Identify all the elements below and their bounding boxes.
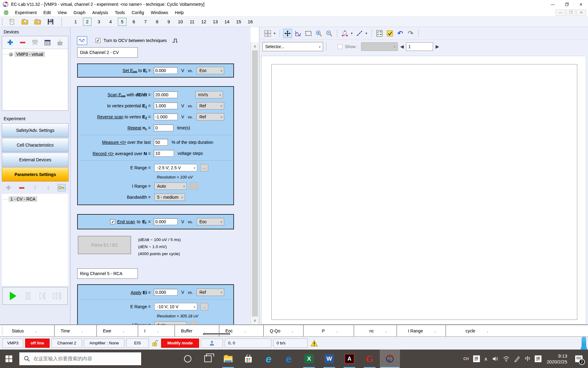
selector-dropdown[interactable]: Selector...∨ <box>262 42 323 51</box>
scroll-down-arrow[interactable]: ∨ <box>251 316 259 324</box>
ef-value-input[interactable] <box>154 218 178 225</box>
pen-icon[interactable] <box>514 355 521 362</box>
graph-layout-caret-icon[interactable]: ▼ <box>273 32 276 35</box>
ive-display-icon[interactable] <box>375 29 384 38</box>
e2-vs-select[interactable]: Ref∨ <box>197 113 224 121</box>
dedt-unit-select[interactable]: mV/s∨ <box>195 91 223 98</box>
mdi-close-button[interactable]: ✕ <box>576 10 586 16</box>
channel-button[interactable]: 3 <box>93 17 105 26</box>
task-view-button[interactable] <box>198 350 218 368</box>
ef-vs-select[interactable]: Eoc∨ <box>197 218 224 225</box>
menu-item[interactable]: Tools <box>111 9 128 16</box>
ime-ch-indicator[interactable]: CH <box>463 357 469 361</box>
ring-irange-select[interactable]: Auto∨ <box>154 321 187 324</box>
restore-button[interactable] <box>560 0 574 9</box>
taskbar-search[interactable] <box>19 352 141 366</box>
action-center-button[interactable]: 2 <box>570 350 587 368</box>
mdi-minimize-button[interactable]: — <box>556 10 565 16</box>
ime-shape-indicator[interactable]: 拼 <box>535 355 541 362</box>
menu-item[interactable]: View <box>54 9 70 16</box>
add-technique-icon[interactable]: ✚ <box>5 184 13 191</box>
menu-item[interactable]: Graph <box>70 9 89 16</box>
internet-explorer-button[interactable]: e <box>258 350 279 368</box>
channel-button[interactable]: 2 <box>81 17 93 26</box>
apply-link[interactable]: Apply <box>131 290 141 295</box>
data-points-icon[interactable] <box>355 29 364 38</box>
skip-to-end-button[interactable] <box>52 290 62 302</box>
apply-ei-input[interactable] <box>154 289 178 296</box>
new-experiment-icon[interactable] <box>8 18 16 26</box>
acrobat-button[interactable]: A <box>339 350 360 368</box>
ring-erange-select[interactable]: -10 V; 10 V∨ <box>154 303 197 310</box>
channel-grid-icon[interactable] <box>43 39 51 46</box>
page-number-input[interactable] <box>406 42 433 51</box>
axis-tool-icon[interactable] <box>293 29 303 38</box>
scan-ewe-link[interactable]: Scan Ewe <box>107 92 125 97</box>
safety-settings-button[interactable]: Safety/Adv. Settings <box>2 123 69 137</box>
channel-button[interactable]: 14 <box>221 17 233 26</box>
record-link[interactable]: Record <I> <box>93 151 114 156</box>
technique-graph-button[interactable] <box>77 36 87 45</box>
channel-button[interactable]: 12 <box>198 17 209 26</box>
word-button[interactable]: W <box>319 350 339 368</box>
channel-button[interactable]: 8 <box>151 17 163 26</box>
show-checkbox[interactable] <box>337 44 342 49</box>
dedt-value-input[interactable] <box>154 91 178 98</box>
zoom-in-icon[interactable] <box>314 29 323 38</box>
device-network-icon[interactable] <box>31 39 39 46</box>
redo-icon[interactable]: ↷ <box>406 29 415 38</box>
start-button[interactable] <box>0 350 18 368</box>
ime-pinyin-indicator[interactable]: 拼 <box>473 355 480 362</box>
microsoft-store-button[interactable] <box>238 350 258 368</box>
e1-value-input[interactable] <box>154 102 178 109</box>
force-e1e2-button[interactable]: Force E1 / E2 <box>78 236 131 254</box>
menu-item[interactable]: Experiment <box>12 9 40 16</box>
close-button[interactable]: ✕ <box>574 0 588 9</box>
next-technique-button[interactable] <box>37 290 47 302</box>
bandwidth-select[interactable]: 5 - medium∨ <box>154 194 185 201</box>
reverse-scan-link[interactable]: Reverse scan <box>97 114 123 119</box>
firmware-icon[interactable] <box>56 39 64 46</box>
zoom-out-icon[interactable] <box>325 29 334 38</box>
erange-more-button[interactable]: ... <box>200 164 208 171</box>
channel-button[interactable]: 11 <box>186 17 198 26</box>
network-icon[interactable] <box>503 355 510 362</box>
taskbar-clock[interactable]: 9:13 2020/2/25 <box>547 353 567 365</box>
scrollbar-thumb[interactable] <box>252 50 258 316</box>
remove-technique-icon[interactable] <box>18 184 26 191</box>
excel-button[interactable]: X <box>299 350 319 368</box>
data-points-caret-icon[interactable]: ▼ <box>365 32 368 35</box>
save-icon[interactable] <box>47 18 55 26</box>
ring-irange-more-button[interactable]: ... <box>190 321 198 324</box>
ei-vs-select[interactable]: Eoc∨ <box>197 67 224 74</box>
pan-tool-icon[interactable] <box>283 29 292 38</box>
search-input[interactable] <box>33 356 141 362</box>
parameters-settings-button[interactable]: Parameters Settings <box>2 167 69 182</box>
channel-button[interactable]: 9 <box>163 17 175 26</box>
e1-vs-select[interactable]: Ref∨ <box>197 102 224 109</box>
channel-button[interactable]: 7 <box>140 17 151 26</box>
apply-vs-select[interactable]: Ref∨ <box>197 289 224 296</box>
e2-value-input[interactable] <box>154 113 178 120</box>
manual-scale-caret-icon[interactable]: ▼ <box>350 32 353 35</box>
mdi-restore-button[interactable]: ❐ <box>566 10 576 16</box>
add-device-icon[interactable]: ✚ <box>6 39 14 46</box>
open-graph-icon[interactable] <box>34 18 42 26</box>
menu-item[interactable]: Windows <box>147 9 172 16</box>
touch-handle[interactable] <box>582 337 586 350</box>
repeat-link[interactable]: Repeat <box>127 125 141 130</box>
edit-parameters-icon[interactable] <box>58 184 66 191</box>
end-scan-link[interactable]: End scan <box>117 219 135 224</box>
ocv-checkbox[interactable]: ✓ <box>96 38 100 43</box>
irange-more-button[interactable]: ... <box>190 182 198 190</box>
run-button[interactable] <box>8 290 18 302</box>
parameters-scrollbar[interactable]: ∧ ∨ <box>251 42 259 324</box>
menu-item[interactable]: Edit <box>40 9 54 16</box>
menu-item[interactable]: Help <box>172 9 187 16</box>
ei-value-input[interactable] <box>154 67 178 74</box>
next-page-icon[interactable]: ▶ <box>435 44 439 49</box>
prev-page-icon[interactable]: ◀ <box>400 44 404 49</box>
ime-lang-indicator[interactable]: 中 <box>525 355 530 362</box>
hidden-icons-chevron-icon[interactable]: ∧ <box>484 356 488 362</box>
menu-item[interactable]: Config <box>128 9 147 16</box>
